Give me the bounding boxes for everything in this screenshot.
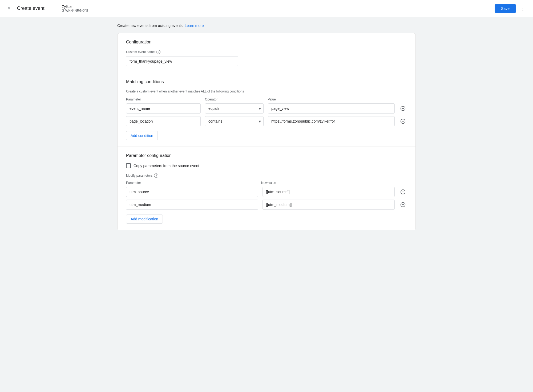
modify-params-label-row: Modify parameters ? — [126, 173, 407, 178]
condition-1-operator-select[interactable]: equals contains starts with ends with — [205, 103, 264, 114]
page-title: Create event — [17, 6, 45, 11]
condition-1-parameter-input[interactable] — [126, 103, 201, 114]
event-name-label-row: Custom event name ? — [126, 50, 407, 54]
configuration-card: Configuration Custom event name ? Matchi… — [117, 33, 416, 230]
param-2-remove-button[interactable] — [399, 201, 407, 209]
parameter-configuration-section: Parameter configuration Copy parameters … — [118, 147, 415, 230]
parameter-configuration-title: Parameter configuration — [126, 153, 407, 158]
condition-2-parameter-input[interactable] — [126, 116, 201, 126]
copy-params-row: Copy parameters from the source event — [126, 163, 407, 168]
condition-column-headers: Parameter Operator Value — [126, 98, 407, 101]
app-header: × Create event Zylker G-WKN4NRGXYG Save … — [0, 0, 533, 17]
condition-2-value-input[interactable] — [268, 116, 395, 126]
account-info: Zylker G-WKN4NRGXYG — [62, 5, 88, 13]
condition-subtitle: Create a custom event when another event… — [126, 90, 407, 93]
action-col-header — [396, 98, 407, 101]
operator-col-header: Operator — [205, 98, 264, 101]
parameter-col-header: Parameter — [126, 98, 201, 101]
param-row — [126, 200, 407, 210]
save-button[interactable]: Save — [495, 4, 516, 13]
more-icon: ⋮ — [520, 5, 526, 12]
param-config-column-headers: Parameter New value — [126, 181, 407, 185]
copy-params-checkbox[interactable] — [126, 163, 131, 168]
event-name-input[interactable] — [126, 56, 238, 66]
add-modification-button[interactable]: Add modification — [126, 215, 163, 224]
param-1-name-input[interactable] — [126, 187, 258, 197]
account-id: G-WKN4NRGXYG — [62, 9, 88, 13]
new-value-col-header: New value — [261, 181, 392, 185]
configuration-title: Configuration — [126, 40, 407, 45]
condition-1-remove-button[interactable] — [399, 104, 407, 112]
matching-conditions-title: Matching conditions — [126, 79, 407, 84]
condition-row: equals contains starts with ends with ▾ — [126, 103, 407, 114]
modify-params-help-icon[interactable]: ? — [154, 173, 158, 178]
action-col-header-2 — [396, 181, 407, 185]
add-condition-button[interactable]: Add condition — [126, 131, 158, 140]
value-col-header: Value — [268, 98, 392, 101]
condition-2-operator-select[interactable]: equals contains starts with ends with — [205, 116, 264, 126]
condition-1-operator-wrapper: equals contains starts with ends with ▾ — [205, 103, 264, 114]
custom-event-name-label: Custom event name — [126, 50, 155, 54]
account-name: Zylker — [62, 5, 88, 9]
learn-more-link[interactable]: Learn more — [185, 23, 204, 28]
param-2-name-input[interactable] — [126, 200, 258, 210]
condition-1-value-input[interactable] — [268, 103, 395, 114]
param-row — [126, 187, 407, 197]
param-1-remove-button[interactable] — [399, 188, 407, 196]
condition-2-remove-button[interactable] — [399, 117, 407, 125]
header-divider — [53, 4, 53, 13]
modify-params-label: Modify parameters — [126, 174, 152, 177]
copy-params-label[interactable]: Copy parameters from the source event — [134, 164, 199, 168]
param-2-value-input[interactable] — [263, 200, 395, 210]
matching-conditions-section: Matching conditions Create a custom even… — [118, 73, 415, 147]
header-left: × Create event Zylker G-WKN4NRGXYG — [5, 3, 495, 14]
param-1-value-input[interactable] — [263, 187, 395, 197]
condition-2-operator-wrapper: equals contains starts with ends with ▾ — [205, 116, 264, 126]
param-col-header: Parameter — [126, 181, 257, 185]
subtitle-text: Create new events from existing events. — [117, 23, 184, 28]
page-content: Create new events from existing events. … — [107, 17, 426, 237]
more-options-button[interactable]: ⋮ — [518, 3, 528, 14]
event-name-help-icon[interactable]: ? — [156, 50, 160, 54]
condition-row: equals contains starts with ends with ▾ — [126, 116, 407, 126]
subtitle-row: Create new events from existing events. … — [117, 23, 416, 28]
header-right: Save ⋮ — [495, 3, 528, 14]
configuration-section: Configuration Custom event name ? — [118, 33, 415, 73]
close-button[interactable]: × — [5, 3, 13, 14]
